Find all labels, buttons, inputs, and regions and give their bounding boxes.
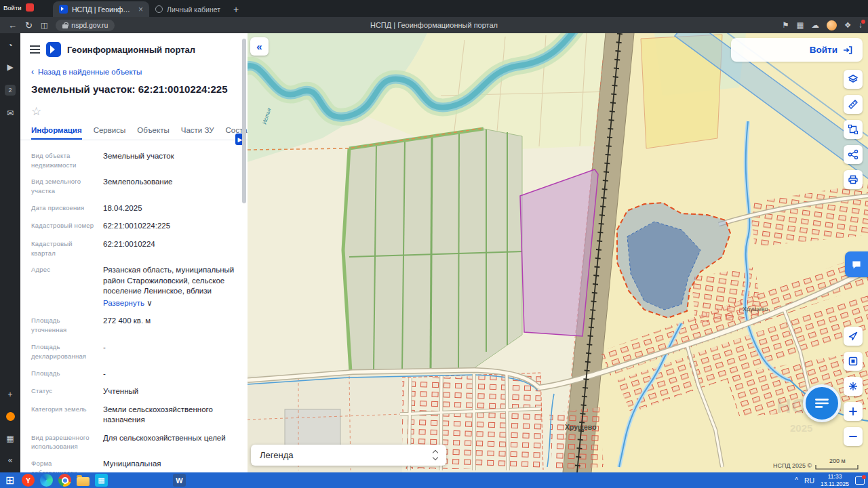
locate-button[interactable]	[844, 327, 863, 346]
cloud-icon[interactable]: ☁	[811, 20, 819, 30]
nspd-logo-icon	[46, 42, 61, 57]
scale-label: 200 м	[829, 458, 846, 464]
tab-1[interactable]: Сервисы	[94, 126, 126, 140]
favorite-star-icon[interactable]: ☆	[31, 104, 237, 119]
tray-expand-icon[interactable]: ^	[795, 476, 798, 484]
locate-icon	[848, 331, 859, 342]
word-button[interactable]: W	[173, 474, 186, 487]
object-title: Земельный участок: 62:21:0010224:225	[31, 83, 237, 96]
legend-bar[interactable]: Легенда	[251, 445, 446, 466]
reset-button[interactable]	[844, 377, 863, 396]
field-row: Кадастровый номер62:21:0010224:225	[31, 221, 237, 232]
mail-icon[interactable]: ✉	[7, 109, 14, 117]
chevron-left-icon: ‹	[31, 67, 34, 77]
print-icon	[848, 174, 859, 185]
profile-icon	[26, 3, 34, 12]
bookmark-flag-icon[interactable]: ⚑	[782, 20, 789, 30]
measure-area-button[interactable]	[844, 120, 863, 139]
system-tray: ^ RU 11:33 13.11.2025	[795, 472, 865, 488]
address-bar[interactable]: nspd.gov.ru	[56, 20, 115, 31]
app-grid-button[interactable]: ▦	[95, 474, 108, 487]
field-row: Площадь декларированная-	[31, 342, 237, 361]
notification-icon[interactable]	[855, 476, 865, 485]
feedback-tab-button[interactable]	[845, 251, 868, 277]
reset-icon	[848, 381, 859, 392]
field-label: Форма собственности	[31, 459, 96, 472]
map-toolbar-top	[844, 70, 863, 189]
tab-label: НСПД | Геоинформац...	[72, 5, 133, 14]
tab-label: Личный кабинет	[167, 5, 220, 14]
tab-2[interactable]: Объекты	[137, 126, 169, 140]
portal-title: Геоинформационный портал	[67, 45, 195, 55]
field-value: Рязанская область, муниципальный район С…	[103, 265, 237, 308]
share-button[interactable]	[844, 145, 863, 164]
zoom-in-button[interactable]	[844, 402, 863, 421]
map-login-bar[interactable]: Войти	[731, 38, 863, 62]
expand-link[interactable]: Развернуть	[103, 298, 144, 309]
extension-icon[interactable]: ◫	[41, 21, 47, 30]
lock-icon	[62, 22, 68, 28]
screen: Войти НСПД | Геоинформац...×Личный кабин…	[0, 0, 868, 488]
back-icon[interactable]: ←	[8, 20, 17, 30]
refresh-icon[interactable]: ↻	[25, 20, 33, 30]
browser-tab-strip: Войти НСПД | Геоинформац...×Личный кабин…	[0, 0, 868, 17]
chat-button[interactable]	[803, 384, 841, 422]
edge-button[interactable]	[40, 474, 53, 487]
overview-button[interactable]	[844, 352, 863, 371]
date-text: 13.11.2025	[821, 481, 849, 488]
field-row: Площадь уточненная272 400 кв. м	[31, 316, 237, 335]
map[interactable]: Хрущево Хрущево Истья НСПД 2025 НСПД 202…	[248, 33, 868, 472]
field-value: Землепользование	[103, 177, 237, 196]
field-value: 272 400 кв. м	[103, 316, 237, 335]
overview-icon	[848, 356, 859, 367]
field-row: Вид объекта недвижимостиЗемельный участо…	[31, 151, 237, 170]
add-icon[interactable]: +	[7, 390, 12, 399]
media-icon[interactable]: ▶	[7, 63, 13, 71]
clock[interactable]: 11:33 13.11.2025	[821, 473, 849, 487]
panel-scrollbar[interactable]	[242, 39, 246, 203]
browser-tab[interactable]: Личный кабинет	[149, 1, 226, 17]
chrome-button[interactable]	[58, 474, 71, 487]
new-tab-button[interactable]: +	[233, 4, 239, 15]
object-fields: Вид объекта недвижимостиЗемельный участо…	[31, 151, 237, 472]
tab-close-icon[interactable]: ×	[138, 5, 143, 14]
language-indicator[interactable]: RU	[804, 476, 814, 485]
panel-collapse-button[interactable]: «	[250, 37, 269, 56]
alice-icon[interactable]	[6, 412, 15, 421]
badge-2-icon[interactable]: 2	[5, 85, 16, 96]
tab-active[interactable]: Информация	[31, 126, 82, 140]
downloads-icon[interactable]: ↓	[859, 21, 863, 29]
browser-toolbar: ← ↻ ◫ nspd.gov.ru НСПД | Геоинформационн…	[0, 17, 868, 33]
field-row: Вид земельного участкаЗемлепользование	[31, 177, 237, 196]
watermark-year: 2025	[790, 422, 812, 434]
print-button[interactable]	[844, 170, 863, 189]
avatar[interactable]	[827, 20, 837, 30]
field-parcel	[343, 129, 522, 372]
field-value: -	[103, 369, 237, 380]
browser-signin-button[interactable]: Войти	[3, 3, 34, 12]
history-icon[interactable]: ◔	[7, 41, 12, 49]
back-to-results-link[interactable]: ‹ Назад в найденные объекты	[31, 67, 237, 77]
zoom-out-button[interactable]	[844, 427, 863, 446]
field-value: -	[103, 342, 237, 361]
browser-tab[interactable]: НСПД | Геоинформац...×	[53, 1, 149, 17]
windows-taskbar: ⊞Y▦W ^ RU 11:33 13.11.2025	[0, 472, 868, 488]
ruler-icon	[848, 99, 859, 110]
start-button[interactable]: ⊞	[3, 474, 16, 487]
legend-toggle-icon[interactable]	[433, 451, 437, 460]
tab-3[interactable]: Части ЗУ	[181, 126, 214, 140]
ruler-button[interactable]	[844, 95, 863, 114]
menu-icon[interactable]	[30, 49, 40, 50]
nspd-favicon-icon	[59, 5, 68, 14]
file-explorer-button[interactable]	[77, 477, 90, 486]
yandex-browser-button[interactable]: Y	[22, 474, 35, 487]
field-label: Площадь декларированная	[31, 342, 96, 361]
layers-button[interactable]	[844, 70, 863, 89]
toolbar-icons: ⚑▦☁❖↓	[782, 17, 863, 33]
apps-grid-icon[interactable]: ▦	[797, 20, 804, 30]
collapse-icon[interactable]: «	[8, 456, 13, 464]
apps-icon[interactable]: ▦	[6, 434, 14, 443]
extensions-icon[interactable]: ❖	[844, 20, 851, 30]
map-toolbar-bottom	[844, 327, 863, 446]
time-text: 11:33	[821, 473, 849, 481]
